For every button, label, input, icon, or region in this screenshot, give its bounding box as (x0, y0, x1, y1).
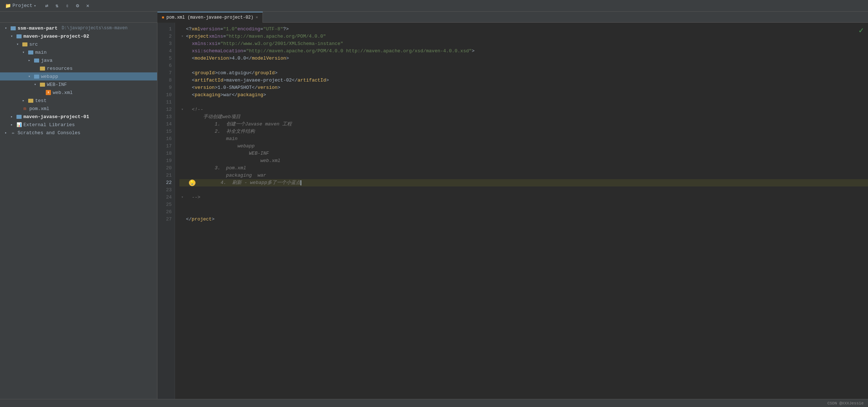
toolbar-icons: ⇄ ⇅ ⇳ ⚙ ✕ (43, 2, 92, 10)
tree-expand-icon (15, 41, 21, 47)
fold-icon-2[interactable]: ▾ (179, 34, 185, 39)
fold-icon-1[interactable] (179, 26, 185, 32)
tree-label: web.xml (53, 90, 73, 95)
folder-icon (22, 41, 28, 47)
code-content: <?xml version="1.0" encoding="UTF-8"?> ▾… (175, 23, 868, 399)
code-line-16: main (179, 135, 868, 143)
validation-checkmark: ✓ (859, 26, 864, 35)
status-text: CSDN @XXXJessie (827, 401, 864, 406)
ln-9: 9 (157, 84, 175, 91)
sidebar-item-pom-xml[interactable]: m pom.xml (0, 105, 157, 113)
tree-expand-icon (9, 33, 15, 39)
line-numbers: 1 2 3 4 5 6 7 8 9 10 11 12 13 14 15 16 1… (157, 23, 175, 399)
code-line-22: 💡 4. 刷新 - webapp多了一个小蓝点 (179, 179, 868, 186)
tree-expand-icon (3, 25, 9, 31)
sidebar-item-ssm-maven-part[interactable]: ssm-maven-part D:\javaprojects\ssm-maven (0, 24, 157, 32)
tree-expand-icon (9, 122, 15, 128)
tree-path: D:\javaprojects\ssm-maven (59, 26, 127, 31)
ln-22: 22 (157, 179, 175, 186)
tree-label: resources (47, 66, 72, 71)
tree-label: src (29, 42, 38, 47)
tree-label: maven-javase-project-01 (23, 114, 89, 120)
code-line-1: <?xml version="1.0" encoding="UTF-8"?> (179, 26, 868, 33)
project-selector[interactable]: 📁 Project ▾ (3, 2, 38, 10)
sidebar-item-external-libraries[interactable]: 📊 External Libraries (0, 121, 157, 129)
ln-11: 11 (157, 99, 175, 106)
ln-17: 17 (157, 143, 175, 150)
ln-4: 4 (157, 48, 175, 55)
folder-icon (40, 82, 45, 87)
tree-label: webapp (41, 74, 58, 79)
code-line-18: WEB-INF (179, 150, 868, 157)
code-line-21: packaging war (179, 172, 868, 179)
code-line-14: 1. 创建一个Javase maven 工程 (179, 121, 868, 128)
ln-1: 1 (157, 26, 175, 33)
tree-label: External Libraries (23, 122, 75, 128)
tree-expand-icon (21, 49, 26, 55)
tree-label: Scratches and Consoles (18, 130, 81, 136)
code-line-15: 2. 补全文件结构 (179, 128, 868, 135)
sidebar-item-test[interactable]: test (0, 97, 157, 105)
sidebar-item-main[interactable]: main (0, 48, 157, 56)
folder-icon (10, 25, 16, 31)
code-editor[interactable]: 1 2 3 4 5 6 7 8 9 10 11 12 13 14 15 16 1… (157, 23, 868, 399)
project-folder-icon: 📁 (5, 3, 11, 9)
code-line-3: xmlns:xsi="http://www.w3.org/2001/XMLSch… (179, 40, 868, 48)
close-panel-icon[interactable]: ✕ (84, 2, 92, 10)
xml-file-icon: X (45, 90, 51, 95)
folder-icon (28, 49, 34, 55)
tab-close-button[interactable]: × (256, 15, 258, 20)
sort-icon[interactable]: ⇅ (53, 2, 61, 10)
ln-20: 20 (157, 165, 175, 172)
settings-icon[interactable]: ⚙ (74, 2, 82, 10)
code-line-20: 3. pom.xml (179, 165, 868, 172)
code-line-12: ▾ <!-- (179, 106, 868, 113)
code-line-5: <modelVersion>4.0.0</modelVersion> (179, 55, 868, 62)
sidebar-item-webapp[interactable]: webapp (0, 72, 157, 80)
tree-expand-icon (9, 114, 15, 120)
code-line-4: xsi:schemaLocation="http://maven.apache.… (179, 48, 868, 55)
code-line-11 (179, 99, 868, 106)
ln-6: 6 (157, 62, 175, 69)
sidebar-item-maven-javaee[interactable]: maven-javaee-project-02 (0, 32, 157, 40)
sidebar-item-java[interactable]: java (0, 56, 157, 64)
code-line-23 (179, 186, 868, 194)
editor-wrapper: 1 2 3 4 5 6 7 8 9 10 11 12 13 14 15 16 1… (157, 23, 868, 399)
code-line-6 (179, 62, 868, 69)
ln-16: 16 (157, 135, 175, 143)
sidebar-item-scratches[interactable]: ✏️ Scratches and Consoles (0, 129, 157, 137)
ln-21: 21 (157, 172, 175, 179)
ln-25: 25 (157, 201, 175, 208)
project-sidebar: ssm-maven-part D:\javaprojects\ssm-maven… (0, 23, 157, 399)
hint-bulb-icon[interactable]: 💡 (189, 180, 195, 186)
ln-8: 8 (157, 77, 175, 84)
tree-label: test (35, 98, 46, 103)
sidebar-item-maven-javase[interactable]: maven-javase-project-01 (0, 113, 157, 121)
folder-icon (40, 65, 45, 71)
ln-26: 26 (157, 208, 175, 216)
ln-7: 7 (157, 69, 175, 77)
ln-24: 24 (157, 194, 175, 201)
fold-icon-12[interactable]: ▾ (179, 107, 185, 113)
sidebar-item-web-xml[interactable]: X web.xml (0, 88, 157, 97)
tree-label: maven-javaee-project-02 (23, 34, 89, 39)
tree-label: main (35, 50, 46, 55)
tree-label: WEB-INF (47, 82, 67, 87)
tab-pom-xml[interactable]: ■ pom.xml (maven-javaee-project-02) × (157, 12, 263, 23)
ln-13: 13 (157, 113, 175, 121)
fold-icon-24[interactable]: ▾ (179, 195, 185, 200)
top-bar: 📁 Project ▾ ⇄ ⇅ ⇳ ⚙ ✕ (0, 0, 868, 12)
sidebar-item-resources[interactable]: resources (0, 64, 157, 72)
tree-expand-icon (26, 57, 32, 63)
code-line-13: 手动创建web项目 (179, 113, 868, 121)
sidebar-item-src[interactable]: src (0, 40, 157, 48)
tree-label: ssm-maven-part (18, 26, 57, 31)
tree-expand-icon (3, 130, 9, 136)
fold-icon-5 (179, 56, 185, 61)
sync-icon[interactable]: ⇄ (43, 2, 51, 10)
collapse-icon[interactable]: ⇳ (63, 2, 71, 10)
tab-label: pom.xml (maven-javaee-project-02) (167, 15, 254, 20)
tree-expand-icon (26, 74, 32, 79)
sidebar-item-web-inf[interactable]: WEB-INF (0, 80, 157, 88)
folder-icon (16, 33, 22, 39)
